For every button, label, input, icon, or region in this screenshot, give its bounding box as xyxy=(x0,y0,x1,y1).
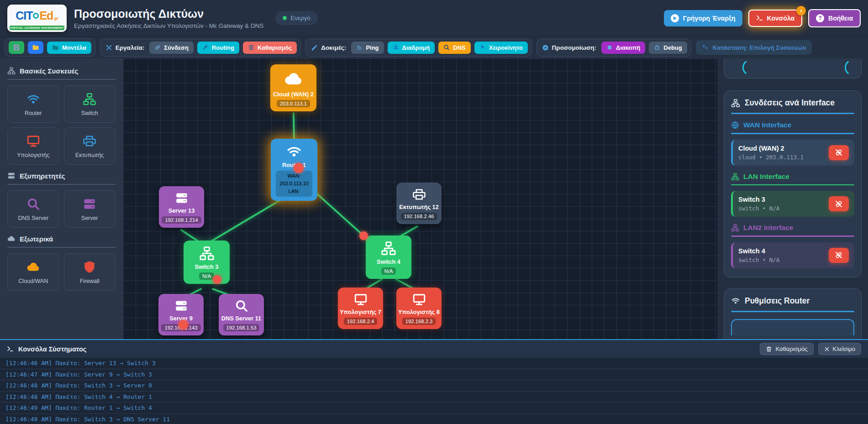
network-icon xyxy=(731,224,739,232)
printer-icon xyxy=(412,188,426,201)
node-ip-badge: 192.168.1.53 xyxy=(223,324,260,331)
palette-item-router[interactable]: Router xyxy=(7,85,59,123)
stop-icon xyxy=(606,44,613,51)
toolbar-simulation-group: Προσομοίωση: Διακοπή Debug xyxy=(537,39,691,57)
monitor-icon xyxy=(412,293,426,306)
page-subtitle: Εργαστηριακές Ασκήσεις Δικτύων Υπολογιστ… xyxy=(74,22,263,29)
disconnect-button[interactable] xyxy=(829,145,849,160)
palette-item-switch[interactable]: Switch xyxy=(64,85,116,123)
console-log-list[interactable]: [12:46:46 AM] Πακέτο: Server 13 → Switch… xyxy=(0,358,868,424)
manual-button[interactable]: Χειροκίνητο xyxy=(474,42,528,54)
network-icon xyxy=(199,246,215,261)
logo-text: CIT Ed .gr xyxy=(16,9,58,22)
console-toggle-button[interactable]: Κονσόλα › xyxy=(748,10,802,27)
console-notification-badge: › xyxy=(796,6,806,16)
palette-item-dns-server[interactable]: DNS Server xyxy=(7,190,59,228)
console-close-label: Κλείσιμο xyxy=(833,345,856,352)
help-button[interactable]: ? Βοήθεια xyxy=(808,9,861,27)
console-close-button[interactable]: Κλείσιμο xyxy=(818,343,862,355)
trash-icon xyxy=(248,44,254,51)
node-ip-badge: WAN: 203.0.113.10 LAN: xyxy=(276,171,313,197)
divider xyxy=(7,247,116,248)
tools-icon xyxy=(105,44,112,51)
clear-button[interactable]: Καθαρισμός xyxy=(243,42,297,54)
play-circle-icon xyxy=(671,14,679,22)
link-cloud2-router1[interactable] xyxy=(294,113,294,141)
node-label: Υπολογιστής 7 xyxy=(340,309,381,315)
play-circle-icon xyxy=(542,44,549,51)
device-palette: Βασικές Συσκευές Router Switch Υπολογιστ… xyxy=(0,58,123,339)
connect-button[interactable]: Σύνδεση xyxy=(149,42,194,54)
debug-button[interactable]: Debug xyxy=(649,42,687,54)
device-meta: switch • N/A xyxy=(738,256,779,263)
console-clear-button[interactable]: Καθαρισμός xyxy=(760,343,813,355)
packet-dot xyxy=(179,320,188,330)
quick-start-button[interactable]: Γρήγορη Έναρξη xyxy=(664,10,742,26)
device-meta: cloud • 203.0.113.1 xyxy=(738,154,804,161)
canvas-node-server-13[interactable]: Server 13 192.168.1.214 xyxy=(159,186,204,228)
disconnect-button[interactable] xyxy=(829,248,849,263)
tools-group-label: Εργαλεία: xyxy=(104,44,146,51)
app-logo[interactable]: CIT Ed .gr VIRTUAL LEARNING ENVIRONMENT xyxy=(7,5,67,32)
models-label: Μοντέλα xyxy=(62,44,86,51)
palette-section-external-title: Εξωτερικά xyxy=(7,235,116,243)
canvas-node-printer-12[interactable]: Εκτυπωτής 12 192.168.2.46 xyxy=(396,183,442,224)
route-button[interactable]: Διαδρομή xyxy=(388,42,435,54)
magnifier-icon xyxy=(235,299,248,313)
dns-button[interactable]: DNS xyxy=(438,42,470,54)
palette-item-printer[interactable]: Εκτυπωτής xyxy=(64,127,116,165)
divider xyxy=(7,184,116,185)
node-ip-badge: 192.168.2.46 xyxy=(401,213,437,220)
router-settings-panel: Ρυθμίσεις Router xyxy=(724,288,862,340)
folder-icon xyxy=(32,44,39,51)
palette-item-firewall[interactable]: Firewall xyxy=(64,253,116,291)
ping-button[interactable]: Ping xyxy=(351,42,384,54)
system-console: Κονσόλα Σύστηματος Καθαρισμός Κλείσιμο [… xyxy=(0,339,868,424)
cloud-icon xyxy=(26,260,40,274)
packet-dot xyxy=(294,163,304,173)
network-canvas[interactable]: Cloud (WAN) 2 203.0.113.1 Router 1 WAN: … xyxy=(123,58,717,339)
palette-item-server[interactable]: Server xyxy=(64,190,116,228)
floppy-icon xyxy=(13,44,20,51)
logo-suffix: .gr xyxy=(53,16,58,21)
canvas-node-cloud-wan-2[interactable]: Cloud (WAN) 2 203.0.113.1 xyxy=(270,64,316,111)
interface-device-info: Switch 3 switch • N/A xyxy=(738,196,779,212)
canvas-node-switch-3[interactable]: Switch 3 N/A xyxy=(184,241,230,284)
help-button-label: Βοήθεια xyxy=(828,15,853,22)
models-button[interactable]: Μοντέλα xyxy=(47,42,91,54)
disconnect-button[interactable] xyxy=(829,196,849,211)
open-button[interactable] xyxy=(28,41,43,54)
console-log-entry: [12:46:48 AM] Πακέτο: Switch 4 → Router … xyxy=(0,392,868,403)
canvas-node-computer-7[interactable]: Υπολογιστής 7 192.168.2.4 xyxy=(338,288,383,329)
server-icon xyxy=(174,299,188,313)
canvas-node-dns-server-11[interactable]: DNS Server 11 192.168.1.53 xyxy=(219,294,264,335)
divider xyxy=(731,184,854,186)
interface-card-lan2: Switch 4 switch • N/A xyxy=(731,242,854,268)
main-area: Βασικές Συσκευές Router Switch Υπολογιστ… xyxy=(0,58,868,339)
canvas-node-server-9[interactable]: Server 9 192.168.1.143 xyxy=(158,294,204,335)
node-label: Switch 4 xyxy=(377,258,400,265)
sitemap-icon xyxy=(731,99,740,108)
console-log-entry: [12:46:47 AM] Πακέτο: Server 9 → Switch … xyxy=(0,369,868,381)
divider xyxy=(731,311,854,312)
stop-button[interactable]: Διακοπή xyxy=(601,42,645,54)
page-title: Προσομοιωτής Δικτύων xyxy=(74,7,263,21)
canvas-node-switch-4[interactable]: Switch 4 N/A xyxy=(366,236,411,279)
sitemap-icon xyxy=(7,67,16,75)
cloud-icon xyxy=(284,69,303,89)
palette-grid-basic: Router Switch Υπολογιστής Εκτυπωτής xyxy=(7,85,116,165)
console-button-label: Κονσόλα xyxy=(767,15,794,22)
node-ip-badge: 192.168.2.4 xyxy=(344,318,378,325)
palette-item-computer[interactable]: Υπολογιστής xyxy=(7,127,59,165)
palette-section-basic-title: Βασικές Συσκευές xyxy=(7,67,116,75)
canvas-node-computer-8[interactable]: Υπολογιστής 8 192.168.2.3 xyxy=(396,288,442,329)
node-label: DNS Server 11 xyxy=(221,315,262,322)
logo-swirl-icon xyxy=(33,13,39,19)
routing-button[interactable]: Routing xyxy=(197,42,239,54)
save-button[interactable] xyxy=(9,41,24,54)
console-title: Κονσόλα Σύστηματος xyxy=(7,345,86,353)
palette-item-cloud-wan[interactable]: Cloud/WAN xyxy=(7,253,59,291)
models-folder-icon xyxy=(52,44,59,51)
route-label: Διαδρομή xyxy=(402,44,430,51)
monitor-icon xyxy=(26,134,40,148)
